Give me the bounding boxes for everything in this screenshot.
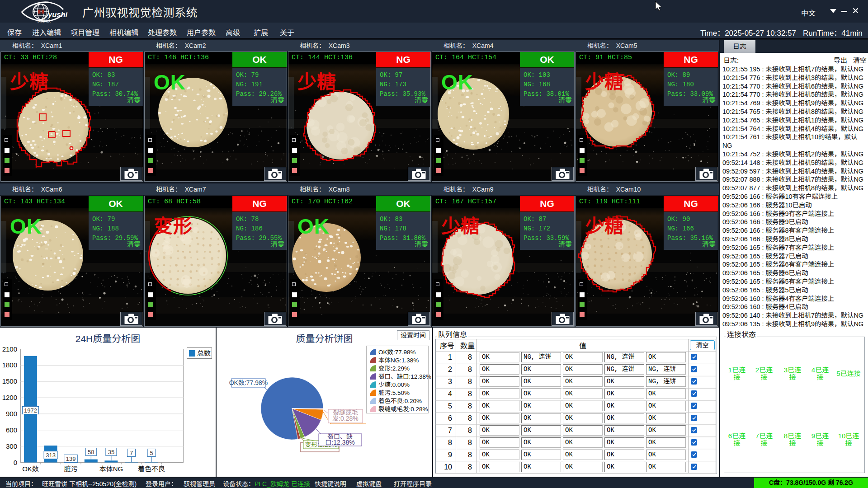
svg-text:2100: 2100	[2, 345, 17, 353]
svg-text:58: 58	[88, 449, 94, 455]
svg-text:本体NG:1.38%: 本体NG:1.38%	[378, 357, 419, 364]
svg-text:300: 300	[6, 442, 17, 450]
svg-text:驭视科技: 驭视科技	[37, 18, 51, 23]
svg-text:着色不良: 着色不良	[138, 465, 165, 473]
svg-text:600: 600	[6, 426, 17, 434]
svg-text:OK数:77.98%: OK数:77.98%	[378, 349, 416, 356]
svg-text:变形:2.29%: 变形:2.29%	[378, 365, 410, 372]
svg-text:总数: 总数	[197, 349, 211, 357]
svg-text:着色不良:0.20%: 着色不良:0.20%	[378, 398, 422, 404]
svg-text:0: 0	[14, 459, 17, 466]
svg-text:5: 5	[150, 450, 153, 456]
svg-text:1972: 1972	[24, 407, 37, 414]
svg-text:OK数:77.98%: OK数:77.98%	[229, 379, 268, 386]
svg-text:OK数: OK数	[22, 465, 39, 473]
svg-text:35: 35	[108, 449, 114, 455]
svg-text:脏污: 脏污	[64, 465, 78, 473]
svg-text:900: 900	[6, 410, 17, 418]
svg-text:口:12.38%: 口:12.38%	[325, 439, 354, 446]
svg-text:1200: 1200	[2, 394, 17, 401]
svg-text:7: 7	[130, 450, 133, 456]
svg-text:1500: 1500	[2, 377, 17, 385]
svg-text:裂缝或毛发:0.28%: 裂缝或毛发:0.28%	[378, 406, 428, 413]
svg-text:1800: 1800	[2, 361, 17, 369]
svg-text:脏污:5.50%: 脏污:5.50%	[378, 389, 410, 396]
svg-text:139: 139	[66, 455, 76, 462]
svg-text:313: 313	[46, 452, 56, 459]
svg-text:本体NG: 本体NG	[99, 465, 123, 473]
svg-text:少糖:0.00%: 少糖:0.00%	[378, 381, 410, 388]
svg-text:yushi: yushi	[47, 10, 68, 19]
svg-text:发:0.28%: 发:0.28%	[332, 415, 359, 422]
svg-text:裂口、缺口:12.38%: 裂口、缺口:12.38%	[378, 373, 431, 380]
